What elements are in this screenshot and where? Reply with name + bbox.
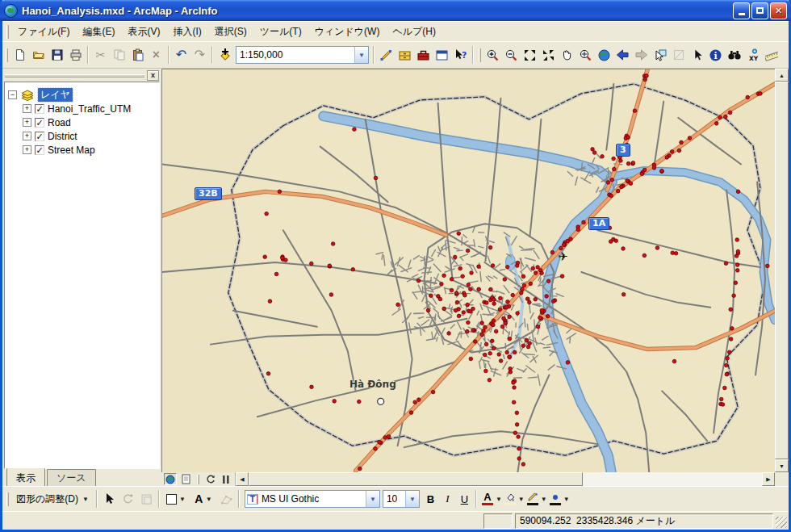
layer-checkbox[interactable]: ✓	[35, 118, 44, 128]
expand-icon[interactable]: +	[23, 118, 31, 127]
text-tool-button[interactable]: A ▼	[190, 489, 217, 509]
zoom-selected-button[interactable]	[576, 45, 595, 65]
select-features-button[interactable]	[651, 45, 669, 65]
find-button[interactable]	[725, 45, 743, 65]
layer-label[interactable]: Road	[48, 117, 71, 128]
expand-icon[interactable]: +	[23, 145, 31, 154]
expand-icon[interactable]: +	[23, 104, 31, 113]
new-document-button[interactable]	[10, 45, 29, 65]
fill-color-button[interactable]	[502, 492, 518, 505]
dropdown-icon[interactable]: ▼	[541, 496, 547, 503]
toc-close-button[interactable]: x	[147, 70, 159, 81]
print-button[interactable]	[66, 45, 85, 65]
collapse-icon[interactable]: −	[8, 90, 17, 99]
editor-toolbar-button[interactable]	[377, 45, 396, 65]
menu-edit[interactable]: 編集(E)	[76, 23, 121, 41]
horizontal-scroll-thumb[interactable]	[249, 472, 583, 486]
title-bar[interactable]: Hanoi_Analysis.mxd - ArcMap - ArcInfo ✕	[0, 0, 791, 21]
underline-button[interactable]: U	[456, 491, 473, 508]
font-size-dropdown-button[interactable]: ▼	[405, 491, 419, 507]
italic-button[interactable]: I	[439, 491, 456, 508]
arccatalog-button[interactable]	[396, 45, 414, 65]
data-frame-label[interactable]: レイヤ	[38, 88, 73, 102]
minimize-button[interactable]	[733, 2, 750, 19]
measure-button[interactable]	[762, 45, 781, 65]
vertical-scroll-thumb[interactable]	[775, 82, 789, 459]
font-size-value[interactable]: 10	[383, 493, 405, 505]
layer-label[interactable]: District	[48, 131, 77, 142]
menu-help[interactable]: ヘルプ(H)	[386, 23, 442, 41]
layer-row-hanoi-traffic[interactable]: + ✓ Hanoi_Traffic_UTM	[8, 102, 156, 115]
dropdown-icon[interactable]: ▼	[496, 496, 502, 503]
pan-button[interactable]	[558, 45, 576, 65]
layer-row-street-map[interactable]: + ✓ Street Map	[8, 143, 156, 157]
back-button[interactable]	[613, 45, 632, 65]
dropdown-icon[interactable]: ▼	[563, 496, 570, 503]
maximize-button[interactable]	[751, 2, 768, 19]
line-color-button[interactable]	[525, 492, 541, 505]
zoom-out-button[interactable]	[502, 45, 521, 65]
arctoolbox-button[interactable]	[414, 45, 433, 65]
window-resize-grip[interactable]	[776, 517, 787, 528]
zoom-in-button[interactable]	[483, 45, 502, 65]
menu-view[interactable]: 表示(V)	[121, 23, 166, 41]
layer-checkbox[interactable]: ✓	[35, 104, 44, 114]
font-color-button[interactable]: A	[479, 492, 496, 505]
map-scale-combobox[interactable]: ▼	[236, 46, 369, 64]
close-button[interactable]: ✕	[770, 2, 787, 19]
scroll-left-button[interactable]: ◀	[236, 472, 249, 486]
layer-row-district[interactable]: + ✓ District	[8, 129, 156, 143]
menu-file[interactable]: ファイル(F)	[11, 23, 76, 41]
scroll-up-button[interactable]: ▲	[775, 69, 789, 82]
save-button[interactable]	[48, 45, 66, 65]
layer-checkbox[interactable]: ✓	[35, 132, 44, 141]
select-elements-button[interactable]	[688, 45, 706, 65]
command-line-button[interactable]	[433, 45, 451, 65]
menu-window[interactable]: ウィンドウ(W)	[308, 23, 387, 41]
refresh-view-button[interactable]	[204, 473, 217, 485]
map-viewport[interactable]: ✈ 32B 3 1A Hà Đông	[161, 69, 775, 472]
fixed-zoom-out-button[interactable]	[539, 45, 558, 65]
menu-tools[interactable]: ツール(T)	[253, 23, 308, 41]
tree-root-row[interactable]: − レイヤ	[8, 88, 156, 102]
select-graphics-button[interactable]	[100, 489, 119, 509]
scale-dropdown-button[interactable]: ▼	[354, 47, 368, 63]
open-button[interactable]	[29, 45, 48, 65]
shape-tool-button[interactable]: ▼	[162, 489, 190, 509]
drawbar-grip[interactable]	[6, 492, 9, 506]
full-extent-button[interactable]	[595, 45, 613, 65]
vertical-scrollbar[interactable]: ▲ ▼	[775, 69, 789, 472]
goto-xy-button[interactable]: XY	[743, 45, 762, 65]
forward-button[interactable]	[632, 45, 651, 65]
scroll-right-button[interactable]: ▶	[762, 472, 775, 486]
dropdown-icon[interactable]: ▼	[518, 496, 525, 503]
font-name-value[interactable]: MS UI Gothic	[258, 493, 366, 505]
pause-drawing-button[interactable]	[220, 473, 232, 485]
toolbar-grip[interactable]	[6, 48, 8, 62]
fixed-zoom-in-button[interactable]	[521, 45, 539, 65]
font-combobox[interactable]: T MS UI Gothic ▼	[245, 490, 380, 508]
map-scale-input[interactable]	[236, 48, 354, 62]
menu-grip[interactable]	[6, 25, 9, 39]
layer-label[interactable]: Hanoi_Traffic_UTM	[48, 103, 131, 115]
layer-label[interactable]: Street Map	[48, 145, 95, 156]
tools-toolbar-grip[interactable]	[479, 48, 481, 62]
expand-icon[interactable]: +	[23, 132, 31, 140]
font-size-combobox[interactable]: 10 ▼	[383, 490, 420, 508]
menu-selection[interactable]: 選択(S)	[208, 23, 253, 41]
adjust-graphics-menu-button[interactable]: 図形の調整(D) ▼	[11, 490, 94, 509]
data-view-button[interactable]	[164, 473, 177, 485]
marker-color-button[interactable]	[547, 492, 563, 505]
layer-row-road[interactable]: + ✓ Road	[8, 115, 156, 129]
identify-button[interactable]: i	[706, 45, 725, 65]
whats-this-button[interactable]: ?	[451, 45, 470, 65]
add-data-button[interactable]	[216, 45, 234, 65]
paste-button[interactable]	[128, 45, 147, 65]
toc-drag-grip[interactable]	[5, 74, 144, 77]
scroll-down-button[interactable]: ▼	[775, 459, 789, 472]
layout-view-button[interactable]	[179, 473, 192, 485]
bold-button[interactable]: B	[422, 491, 439, 508]
undo-button[interactable]: ↶	[172, 45, 190, 65]
horizontal-scrollbar[interactable]: ◀ ▶	[236, 472, 775, 486]
menu-insert[interactable]: 挿入(I)	[166, 23, 207, 41]
